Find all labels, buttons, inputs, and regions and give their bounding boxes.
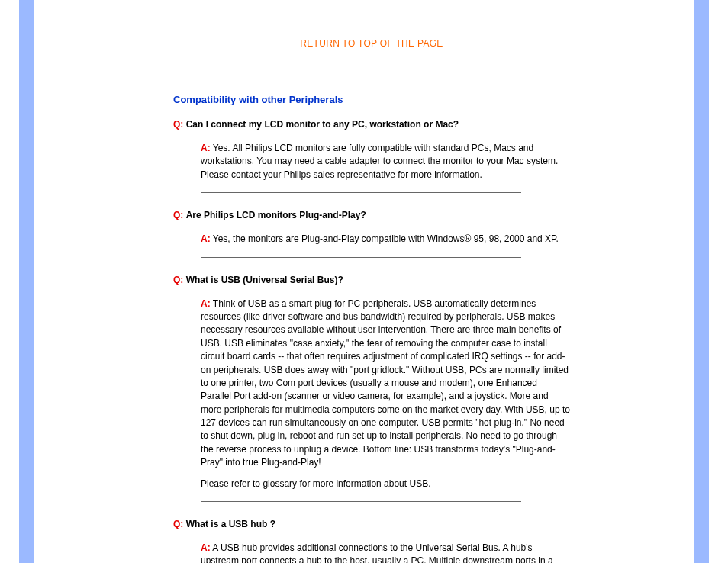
section-heading: Compatibility with other Peripherals <box>173 94 570 105</box>
question-text: What is USB (Universal Serial Bus)? <box>186 275 343 285</box>
question-text: Are Philips LCD monitors Plug-and-Play? <box>186 210 366 220</box>
answer-divider <box>201 192 521 193</box>
q-label: Q: <box>173 275 183 285</box>
question-text: What is a USB hub ? <box>186 519 275 529</box>
answer-text: A: Think of USB as a smart plug for PC p… <box>201 298 570 470</box>
answer-wrap: A: Yes. All Philips LCD monitors are ful… <box>201 142 570 193</box>
answer-divider <box>201 257 521 258</box>
answer-extra: Please refer to glossary for more inform… <box>201 478 570 491</box>
a-label: A: <box>201 298 211 309</box>
question-line: Q: Are Philips LCD monitors Plug-and-Pla… <box>173 210 570 220</box>
return-to-top-link[interactable]: RETURN TO TOP OF THE PAGE <box>173 38 570 49</box>
q-label: Q: <box>173 519 183 529</box>
q-label: Q: <box>173 119 183 130</box>
question-text: Can I connect my LCD monitor to any PC, … <box>186 119 459 130</box>
answer-text: A: Yes, the monitors are Plug-and-Play c… <box>201 233 570 246</box>
answer-body: Yes. All Philips LCD monitors are fully … <box>201 143 558 180</box>
qa-block: Q: Are Philips LCD monitors Plug-and-Pla… <box>173 210 570 257</box>
section-divider <box>173 72 570 72</box>
question-line: Q: What is USB (Universal Serial Bus)? <box>173 275 570 285</box>
answer-body: Think of USB as a smart plug for PC peri… <box>201 298 570 468</box>
page-wrapper: RETURN TO TOP OF THE PAGE Compatibility … <box>0 0 728 563</box>
question-line: Q: What is a USB hub ? <box>173 519 570 529</box>
qa-block: Q: What is USB (Universal Serial Bus)? A… <box>173 275 570 502</box>
content: RETURN TO TOP OF THE PAGE Compatibility … <box>173 38 570 563</box>
qa-block: Q: Can I connect my LCD monitor to any P… <box>173 119 570 193</box>
qa-block: Q: What is a USB hub ? A: A USB hub prov… <box>173 519 570 563</box>
answer-body: Yes, the monitors are Plug-and-Play comp… <box>213 233 559 244</box>
a-label: A: <box>201 542 211 553</box>
answer-wrap: A: Yes, the monitors are Plug-and-Play c… <box>201 233 570 257</box>
answer-body: A USB hub provides additional connection… <box>201 542 553 563</box>
a-label: A: <box>201 233 211 244</box>
right-decorative-bar <box>694 0 709 563</box>
answer-wrap: A: Think of USB as a smart plug for PC p… <box>201 298 570 502</box>
answer-text: A: Yes. All Philips LCD monitors are ful… <box>201 142 570 182</box>
answer-wrap: A: A USB hub provides additional connect… <box>201 542 570 563</box>
a-label: A: <box>201 143 211 153</box>
main-area: RETURN TO TOP OF THE PAGE Compatibility … <box>34 0 694 563</box>
q-label: Q: <box>173 210 183 220</box>
answer-divider <box>201 501 521 502</box>
answer-text: A: A USB hub provides additional connect… <box>201 542 570 563</box>
left-decorative-bar <box>19 0 34 563</box>
question-line: Q: Can I connect my LCD monitor to any P… <box>173 119 570 130</box>
